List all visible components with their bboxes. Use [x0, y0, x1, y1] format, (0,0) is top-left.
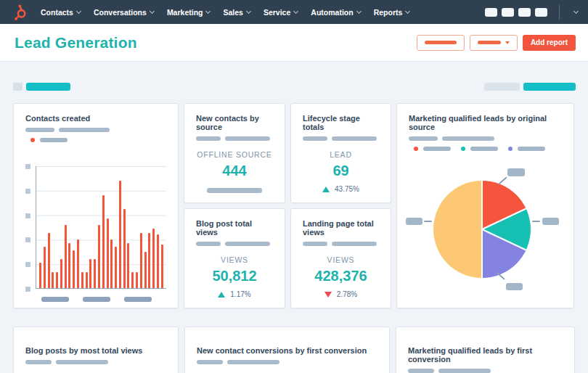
- bar: [98, 225, 100, 288]
- bar: [52, 272, 54, 288]
- subtitle-placeholders: [196, 136, 273, 141]
- account-chevron-down-icon[interactable]: [573, 8, 579, 13]
- nav-item-sales[interactable]: Sales: [223, 8, 250, 17]
- bar: [119, 181, 121, 288]
- nav-icon-placeholder-3[interactable]: [518, 8, 531, 17]
- chevron-down-icon: [150, 8, 155, 13]
- card-landing-page-total-views: Landing page total views VIEWS 428,376 2…: [290, 208, 391, 308]
- dashboard-filter-button[interactable]: [417, 35, 465, 51]
- report-title: Contacts created: [25, 114, 166, 123]
- filter-row: [13, 83, 576, 91]
- bar: [152, 229, 155, 288]
- chevron-down-icon: [293, 8, 298, 13]
- apply-placeholder[interactable]: [523, 83, 576, 91]
- bar: [136, 272, 138, 288]
- metric-value: 50,812: [196, 268, 273, 284]
- top-nav: ContactsConversationsMarketingSalesServi…: [0, 0, 588, 24]
- page-title: Lead Generation: [15, 34, 137, 52]
- pie-label-placeholder: [406, 218, 422, 225]
- pie-label-placeholder: [506, 283, 523, 290]
- delta-row: 2.78%: [303, 290, 379, 298]
- bar: [68, 243, 70, 288]
- contacts-created-bars: [39, 166, 163, 288]
- metric-value: 69: [303, 163, 379, 179]
- legend-dot: [461, 147, 465, 151]
- nav-icon-placeholder-4[interactable]: [535, 8, 547, 17]
- legend-label-placeholder: [423, 147, 451, 151]
- subtitle-placeholders: [303, 136, 379, 141]
- chevron-down-icon: [505, 41, 510, 44]
- bar: [115, 247, 117, 288]
- nav-item-label: Service: [264, 8, 290, 17]
- filter-left: [13, 83, 70, 91]
- bar: [140, 233, 142, 288]
- comparison-placeholder: [207, 188, 262, 193]
- report-title: Marketing qualified leads by original so…: [409, 114, 562, 131]
- report-title: Lifecycle stage totals: [303, 114, 379, 131]
- trend-up-icon: [218, 292, 225, 298]
- legend-item: [461, 147, 498, 151]
- report-title: Marketing qualified leads by first conve…: [408, 346, 563, 364]
- add-report-button[interactable]: Add report: [523, 35, 576, 51]
- y-axis-tick-placeholders: [25, 164, 36, 292]
- bar: [56, 272, 58, 288]
- nav-item-service[interactable]: Service: [264, 8, 298, 17]
- nav-item-contacts[interactable]: Contacts: [41, 8, 81, 17]
- range-placeholder[interactable]: [484, 83, 520, 91]
- card-new-contact-conversions: New contact conversions by first convers…: [184, 327, 390, 373]
- filter-right: [484, 83, 576, 91]
- legend-dot: [30, 138, 35, 142]
- nav-item-conversations[interactable]: Conversations: [94, 8, 154, 17]
- chevron-down-icon: [405, 8, 410, 13]
- x-axis-label-placeholders: [41, 297, 166, 302]
- card-blog-post-total-views: Blog post total views VIEWS 50,812 1.17%: [184, 208, 285, 308]
- plot-area: [36, 166, 166, 289]
- nav-item-label: Marketing: [167, 8, 203, 17]
- filter-icon-placeholder[interactable]: [13, 83, 23, 91]
- subtitle-placeholders: [196, 242, 273, 246]
- nav-icon-placeholder-2[interactable]: [502, 8, 514, 17]
- subtitle-placeholders: [303, 242, 379, 246]
- chevron-down-icon: [76, 8, 81, 13]
- nav-icon-placeholder-1[interactable]: [485, 8, 497, 17]
- nav-item-label: Sales: [223, 8, 242, 17]
- nav-divider: [559, 5, 560, 20]
- sprocket-icon: [11, 4, 28, 21]
- report-title: Blog posts by most total views: [25, 346, 166, 355]
- dashboard-actions-dropdown[interactable]: [470, 35, 518, 51]
- card-mql-by-original-source: Marketing qualified leads by original so…: [396, 103, 574, 308]
- nav-item-reports[interactable]: Reports: [374, 8, 410, 17]
- hubspot-logo-icon[interactable]: [10, 3, 29, 22]
- report-title: New contacts by source: [196, 114, 273, 131]
- bar: [65, 225, 67, 288]
- chart-legend: [25, 138, 166, 142]
- bar: [161, 245, 163, 288]
- bar: [81, 272, 83, 288]
- metric-label: LEAD: [303, 150, 379, 159]
- bar: [73, 250, 75, 288]
- pie-connector-line: [498, 176, 507, 185]
- subtitle-placeholders: [408, 369, 563, 373]
- button-label-placeholder: [478, 41, 501, 44]
- subtitle-placeholders: [409, 136, 562, 141]
- chevron-down-icon: [205, 8, 211, 13]
- legend-dot: [508, 147, 513, 151]
- trend-down-icon: [324, 292, 332, 298]
- delta-value: 1.17%: [230, 290, 250, 298]
- report-grid-top: Contacts created New c: [13, 103, 576, 308]
- legend-dot: [414, 147, 418, 151]
- filter-chip-placeholder[interactable]: [26, 83, 70, 91]
- nav-item-automation[interactable]: Automation: [311, 8, 360, 17]
- subtitle-placeholders: [197, 360, 377, 364]
- bar: [39, 263, 41, 288]
- bar: [89, 259, 91, 288]
- pie-label-placeholder: [507, 168, 525, 176]
- pie-connector-line: [424, 221, 432, 222]
- legend-label-placeholder: [40, 138, 68, 142]
- bar: [127, 243, 129, 288]
- nav-item-marketing[interactable]: Marketing: [167, 8, 211, 17]
- button-label-placeholder: [425, 41, 457, 44]
- delta-value: 43.75%: [335, 185, 359, 193]
- nav-item-label: Conversations: [94, 8, 147, 17]
- metric-value: 444: [196, 163, 273, 179]
